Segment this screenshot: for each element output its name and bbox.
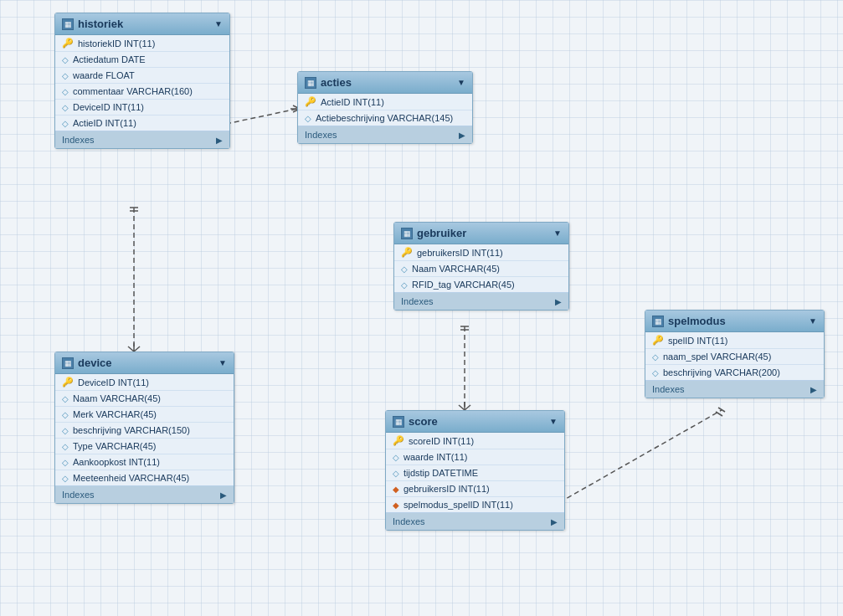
spelmodus-title: spelmodus xyxy=(668,315,726,327)
regular-icon: ◇ xyxy=(62,458,69,467)
field-waarde: ◇ waarde INT(11) xyxy=(386,449,564,465)
field-tijdstip: ◇ tijdstip DATETIME xyxy=(386,465,564,481)
svg-line-0 xyxy=(226,109,297,124)
indexes-label: Indexes xyxy=(62,490,95,500)
indexes-label: Indexes xyxy=(305,130,337,140)
field-rfid-tag: ◇ RFID_tag VARCHAR(45) xyxy=(394,277,568,292)
gebruiker-indexes[interactable]: Indexes ▶ xyxy=(394,293,568,310)
historiek-title: historiek xyxy=(78,18,123,30)
field-scoreid: 🔑 scoreID INT(11) xyxy=(386,433,564,449)
historiek-table-icon: ▦ xyxy=(62,18,74,30)
field-aankoopkost: ◇ Aankoopkost INT(11) xyxy=(55,454,234,470)
device-fields: 🔑 DeviceID INT(11) ◇ Naam VARCHAR(45) ◇ … xyxy=(55,374,234,486)
field-naam: ◇ Naam VARCHAR(45) xyxy=(394,261,568,277)
field-label: ActieID INT(11) xyxy=(321,97,384,107)
field-label: gebruikersID INT(11) xyxy=(404,484,490,494)
field-label: scoreID INT(11) xyxy=(409,436,474,446)
acties-indexes[interactable]: Indexes ▶ xyxy=(298,126,472,143)
field-label: Merk VARCHAR(45) xyxy=(73,409,157,419)
svg-line-21 xyxy=(718,408,725,412)
regular-icon: ◇ xyxy=(62,71,69,80)
indexes-arrow[interactable]: ▶ xyxy=(220,490,227,500)
regular-icon: ◇ xyxy=(652,368,659,377)
device-table: ▦ device ▼ 🔑 DeviceID INT(11) ◇ Naam VAR… xyxy=(54,352,234,504)
historiek-table: ▦ historiek ▼ 🔑 historiekID INT(11) ◇ Ac… xyxy=(54,13,230,149)
gebruiker-table: ▦ gebruiker ▼ 🔑 gebruikersID INT(11) ◇ N… xyxy=(393,222,569,311)
field-label: commentaar VARCHAR(160) xyxy=(73,86,193,96)
indexes-arrow[interactable]: ▶ xyxy=(555,297,562,306)
historiek-fields: 🔑 historiekID INT(11) ◇ Actiedatum DATE … xyxy=(55,35,229,131)
spelmodus-table-icon: ▦ xyxy=(652,316,664,327)
gebruiker-header[interactable]: ▦ gebruiker ▼ xyxy=(394,223,568,244)
fk-icon: ◆ xyxy=(393,501,399,510)
field-label: Meeteenheid VARCHAR(45) xyxy=(73,473,189,483)
regular-icon: ◇ xyxy=(62,410,69,419)
field-label: waarde INT(11) xyxy=(404,452,467,462)
spelmodus-indexes[interactable]: Indexes ▶ xyxy=(645,381,824,398)
score-arrow[interactable]: ▼ xyxy=(549,417,558,426)
field-spelid: 🔑 spelID INT(11) xyxy=(645,332,824,349)
regular-icon: ◇ xyxy=(401,264,408,274)
spelmodus-table: ▦ spelmodus ▼ 🔑 spelID INT(11) ◇ naam_sp… xyxy=(645,310,825,398)
historiek-indexes[interactable]: Indexes ▶ xyxy=(55,131,229,148)
acties-arrow[interactable]: ▼ xyxy=(457,78,465,87)
regular-icon: ◇ xyxy=(62,119,69,128)
score-fields: 🔑 scoreID INT(11) ◇ waarde INT(11) ◇ tij… xyxy=(386,433,564,513)
indexes-arrow[interactable]: ▶ xyxy=(810,385,817,394)
field-label: DeviceID INT(11) xyxy=(78,377,149,388)
field-gebruikersid-fk: ◆ gebruikersID INT(11) xyxy=(386,481,564,497)
score-header[interactable]: ▦ score ▼ xyxy=(386,411,564,433)
field-label: Naam VARCHAR(45) xyxy=(73,393,161,403)
field-beschrijving: ◇ beschrijving VARCHAR(200) xyxy=(645,365,824,380)
field-actieid: ◇ ActieID INT(11) xyxy=(55,116,229,131)
gebruiker-arrow[interactable]: ▼ xyxy=(553,228,562,238)
field-label: ActieID INT(11) xyxy=(73,118,136,128)
score-title: score xyxy=(409,415,438,428)
device-header[interactable]: ▦ device ▼ xyxy=(55,352,234,374)
indexes-arrow[interactable]: ▶ xyxy=(459,131,465,140)
field-merk: ◇ Merk VARCHAR(45) xyxy=(55,407,234,423)
regular-icon: ◇ xyxy=(62,474,69,483)
acties-table: ▦ acties ▼ 🔑 ActieID INT(11) ◇ Actiebesc… xyxy=(297,71,473,144)
field-deviceid: ◇ DeviceID INT(11) xyxy=(55,100,229,116)
device-title: device xyxy=(78,357,111,369)
device-arrow[interactable]: ▼ xyxy=(218,358,227,367)
field-spelmodus-spelid-fk: ◆ spelmodus_spelID INT(11) xyxy=(386,497,564,512)
regular-icon: ◇ xyxy=(401,280,408,290)
regular-icon: ◇ xyxy=(62,55,69,64)
regular-icon: ◇ xyxy=(652,352,659,362)
field-actiebeschrijving: ◇ Actiebeschrijving VARCHAR(145) xyxy=(298,110,472,126)
acties-table-icon: ▦ xyxy=(305,77,316,89)
regular-icon: ◇ xyxy=(62,394,69,403)
field-label: beschrijving VARCHAR(200) xyxy=(663,367,780,377)
field-waarde: ◇ waarde FLOAT xyxy=(55,68,229,84)
field-label: spelmodus_spelID INT(11) xyxy=(404,500,513,510)
field-label: spelID INT(11) xyxy=(668,336,728,346)
indexes-label: Indexes xyxy=(62,135,95,145)
field-label: beschrijving VARCHAR(150) xyxy=(73,425,190,435)
field-label: waarde FLOAT xyxy=(73,70,135,80)
spelmodus-arrow[interactable]: ▼ xyxy=(809,316,817,326)
pk-icon: 🔑 xyxy=(305,96,316,107)
score-indexes[interactable]: Indexes ▶ xyxy=(386,513,564,530)
field-beschrijving: ◇ beschrijving VARCHAR(150) xyxy=(55,423,234,439)
pk-icon: 🔑 xyxy=(62,377,74,388)
pk-icon: 🔑 xyxy=(393,435,404,446)
field-label: RFID_tag VARCHAR(45) xyxy=(412,280,515,290)
field-label: DeviceID INT(11) xyxy=(73,102,144,112)
field-gebruikersid: 🔑 gebruikersID INT(11) xyxy=(394,244,568,261)
field-label: gebruikersID INT(11) xyxy=(417,248,503,258)
device-indexes[interactable]: Indexes ▶ xyxy=(55,486,234,503)
regular-icon: ◇ xyxy=(393,453,399,462)
historiek-header[interactable]: ▦ historiek ▼ xyxy=(55,13,229,35)
field-label: naam_spel VARCHAR(45) xyxy=(663,352,771,362)
acties-header[interactable]: ▦ acties ▼ xyxy=(298,72,472,94)
pk-icon: 🔑 xyxy=(62,38,74,49)
field-label: Aankoopkost INT(11) xyxy=(73,457,160,467)
historiek-arrow[interactable]: ▼ xyxy=(214,19,223,28)
acties-title: acties xyxy=(321,76,352,89)
indexes-arrow[interactable]: ▶ xyxy=(551,517,558,526)
spelmodus-header[interactable]: ▦ spelmodus ▼ xyxy=(645,311,824,332)
acties-fields: 🔑 ActieID INT(11) ◇ Actiebeschrijving VA… xyxy=(298,94,472,126)
indexes-arrow[interactable]: ▶ xyxy=(216,136,223,145)
